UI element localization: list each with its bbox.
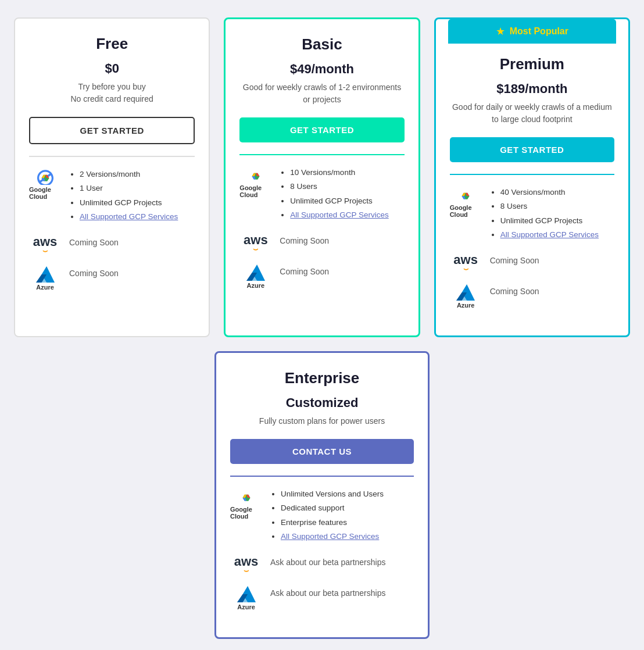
free-plan-card: Free $0 Try before you buyNo credit card… bbox=[14, 17, 210, 337]
premium-plan-price: $189/month bbox=[450, 81, 614, 97]
feature-item: 10 Versions/month bbox=[290, 167, 404, 178]
premium-azure-row: Azure Coming Soon bbox=[450, 284, 614, 309]
premium-aws-status: Coming Soon bbox=[490, 253, 539, 265]
star-icon: ★ bbox=[496, 25, 505, 38]
premium-azure-section: Azure Coming Soon bbox=[450, 284, 614, 309]
free-gcp-row: Google Cloud 2 Versions/month 1 User Unl… bbox=[29, 169, 195, 225]
basic-azure-status: Coming Soon bbox=[280, 265, 329, 276]
feature-item: Unlimited GCP Projects bbox=[500, 215, 614, 227]
feature-item: All Supported GCP Services bbox=[80, 211, 195, 223]
premium-gcp-section: Google Cloud 40 Versions/month 8 Users U… bbox=[450, 187, 614, 243]
gcp-services-link[interactable]: All Supported GCP Services bbox=[281, 532, 379, 541]
premium-gcp-row: Google Cloud 40 Versions/month 8 Users U… bbox=[450, 187, 614, 243]
basic-gcp-row: Google Cloud 10 Versions/month 8 Users U… bbox=[239, 167, 404, 223]
gcp-services-link[interactable]: All Supported GCP Services bbox=[80, 212, 178, 221]
most-popular-banner: ★ Most Popular bbox=[448, 19, 616, 44]
premium-divider bbox=[450, 174, 614, 175]
enterprise-plan-desc: Fully custom plans for power users bbox=[230, 415, 414, 427]
free-aws-section: aws ⌣ Coming Soon bbox=[29, 235, 195, 256]
feature-item: Dedicated support bbox=[281, 502, 414, 514]
free-get-started-button[interactable]: GET STARTED bbox=[29, 117, 195, 144]
enterprise-plan-title: Enterprise bbox=[230, 369, 414, 387]
feature-item: All Supported GCP Services bbox=[281, 531, 414, 542]
basic-aws-status: Coming Soon bbox=[280, 234, 329, 245]
free-gcp-section: Google Cloud 2 Versions/month 1 User Unl… bbox=[29, 169, 195, 225]
azure-logo: Azure bbox=[29, 266, 61, 291]
pricing-grid: Free $0 Try before you buyNo credit card… bbox=[14, 17, 630, 337]
feature-item: 2 Versions/month bbox=[80, 169, 195, 180]
premium-plan-title: Premium bbox=[450, 55, 614, 73]
google-cloud-label: Google Cloud bbox=[239, 184, 271, 198]
basic-azure-row: Azure Coming Soon bbox=[239, 265, 404, 289]
premium-plan-card: ★ Most Popular Premium $189/month Good f… bbox=[434, 17, 630, 337]
premium-aws-row: aws ⌣ Coming Soon bbox=[450, 253, 614, 274]
premium-azure-status: Coming Soon bbox=[490, 284, 539, 296]
free-gcp-features: 2 Versions/month 1 User Unlimited GCP Pr… bbox=[69, 169, 195, 225]
google-cloud-logo: Google Cloud bbox=[450, 187, 482, 218]
basic-plan-desc: Good for weekly crawls of 1-2 environmen… bbox=[239, 81, 404, 106]
gcp-services-link[interactable]: All Supported GCP Services bbox=[290, 210, 388, 219]
feature-item: 8 Users bbox=[500, 201, 614, 212]
aws-logo: aws ⌣ bbox=[239, 234, 271, 254]
feature-item: Unlimited Versions and Users bbox=[281, 488, 414, 500]
feature-item: 40 Versions/month bbox=[500, 187, 614, 198]
aws-logo: aws ⌣ bbox=[450, 253, 482, 274]
basic-aws-section: aws ⌣ Coming Soon bbox=[239, 234, 404, 254]
premium-plan-desc: Good for daily or weekly crawls of a med… bbox=[450, 101, 614, 126]
feature-item: Unlimited GCP Projects bbox=[290, 195, 404, 207]
basic-plan-title: Basic bbox=[239, 35, 404, 53]
free-plan-price: $0 bbox=[29, 61, 195, 76]
premium-card-inner: Premium $189/month Good for daily or wee… bbox=[450, 44, 614, 309]
enterprise-aws-section: aws ⌣ Ask about our beta partnerships bbox=[230, 555, 414, 576]
enterprise-aws-row: aws ⌣ Ask about our beta partnerships bbox=[230, 555, 414, 576]
enterprise-gcp-section: Google Cloud Unlimited Versions and User… bbox=[230, 488, 414, 545]
basic-plan-price: $49/month bbox=[239, 62, 404, 77]
azure-logo: Azure bbox=[239, 265, 271, 289]
aws-logo: aws ⌣ bbox=[230, 555, 262, 576]
enterprise-divider bbox=[230, 476, 414, 477]
most-popular-label: Most Popular bbox=[510, 26, 568, 37]
free-divider bbox=[29, 156, 195, 157]
azure-logo: Azure bbox=[230, 586, 262, 610]
enterprise-azure-section: Azure Ask about our beta partnerships bbox=[230, 586, 414, 610]
azure-logo: Azure bbox=[450, 284, 482, 309]
enterprise-azure-row: Azure Ask about our beta partnerships bbox=[230, 586, 414, 610]
premium-get-started-button[interactable]: GET STARTED bbox=[450, 137, 614, 162]
enterprise-gcp-features: Unlimited Versions and Users Dedicated s… bbox=[270, 488, 414, 545]
feature-item: Unlimited GCP Projects bbox=[80, 197, 195, 209]
enterprise-aws-status: Ask about our beta partnerships bbox=[270, 555, 385, 567]
free-azure-row: Azure Coming Soon bbox=[29, 266, 195, 291]
basic-aws-row: aws ⌣ Coming Soon bbox=[239, 234, 404, 254]
free-plan-desc: Try before you buyNo credit card require… bbox=[29, 81, 195, 105]
enterprise-plan-card: Enterprise Customized Fully custom plans… bbox=[214, 351, 430, 639]
feature-item: All Supported GCP Services bbox=[500, 229, 614, 241]
feature-item: 1 User bbox=[80, 183, 195, 194]
enterprise-row: Enterprise Customized Fully custom plans… bbox=[14, 351, 630, 639]
google-cloud-logo: Google Cloud bbox=[239, 167, 271, 198]
enterprise-plan-price: Customized bbox=[230, 395, 414, 410]
free-aws-status: Coming Soon bbox=[69, 235, 119, 247]
google-cloud-logo: Google Cloud bbox=[29, 169, 61, 200]
gcp-services-link[interactable]: All Supported GCP Services bbox=[500, 230, 599, 239]
basic-gcp-features: 10 Versions/month 8 Users Unlimited GCP … bbox=[280, 167, 404, 223]
basic-plan-card: Basic $49/month Good for weekly crawls o… bbox=[224, 17, 420, 337]
basic-get-started-button[interactable]: GET STARTED bbox=[239, 117, 404, 142]
basic-gcp-section: Google Cloud 10 Versions/month 8 Users U… bbox=[239, 167, 404, 223]
feature-item: All Supported GCP Services bbox=[290, 209, 404, 221]
enterprise-azure-status: Ask about our beta partnerships bbox=[270, 586, 385, 598]
free-plan-title: Free bbox=[29, 35, 195, 53]
feature-item: Enterprise features bbox=[281, 517, 414, 528]
premium-gcp-features: 40 Versions/month 8 Users Unlimited GCP … bbox=[490, 187, 614, 243]
basic-azure-section: Azure Coming Soon bbox=[239, 265, 404, 289]
google-cloud-logo: Google Cloud bbox=[230, 488, 262, 520]
enterprise-contact-button[interactable]: CONTACT US bbox=[230, 439, 414, 464]
enterprise-gcp-row: Google Cloud Unlimited Versions and User… bbox=[230, 488, 414, 545]
premium-aws-section: aws ⌣ Coming Soon bbox=[450, 253, 614, 274]
free-aws-row: aws ⌣ Coming Soon bbox=[29, 235, 195, 256]
google-cloud-label: Google Cloud bbox=[450, 204, 482, 218]
google-cloud-label: Google Cloud bbox=[230, 506, 262, 520]
feature-item: 8 Users bbox=[290, 181, 404, 192]
aws-logo: aws ⌣ bbox=[29, 235, 61, 256]
basic-divider bbox=[239, 154, 404, 155]
google-cloud-label: Google Cloud bbox=[29, 186, 61, 200]
